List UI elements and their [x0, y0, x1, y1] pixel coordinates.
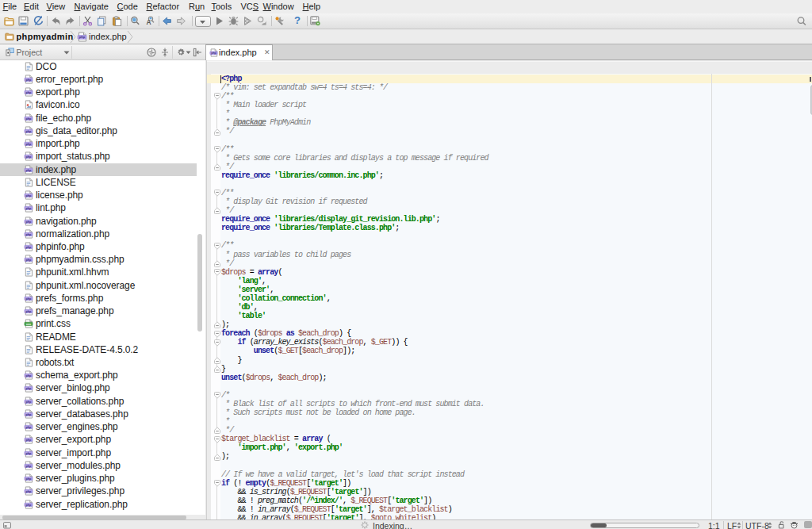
- svg-text:A: A: [147, 18, 151, 26]
